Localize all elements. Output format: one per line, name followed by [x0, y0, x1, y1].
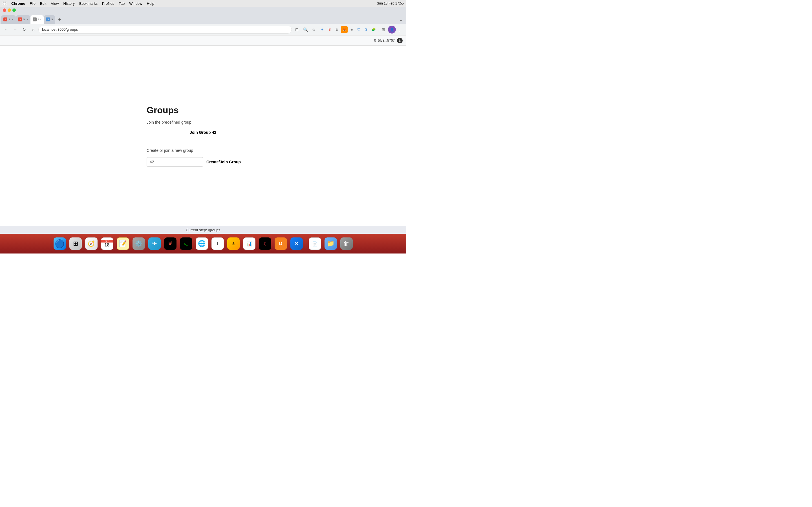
new-group-label: Create or join a new group	[147, 148, 193, 153]
dock-launchpad[interactable]: ⊞	[68, 236, 83, 251]
menu-file[interactable]: File	[28, 1, 38, 6]
sidebar-button[interactable]: ⊞	[379, 25, 388, 34]
maximize-button[interactable]	[12, 8, 16, 12]
dock-separator	[306, 238, 306, 249]
ext-4[interactable]: 🦊	[341, 26, 348, 33]
menu-bar-right: Sun 18 Feb 17:55	[377, 1, 404, 5]
folder-icon: 📁	[324, 237, 337, 250]
settings-icon: ⚙️	[133, 237, 145, 250]
tab-4[interactable]: S S	[44, 15, 55, 24]
tab-2[interactable]: S S ×	[16, 15, 31, 24]
cast-button[interactable]: ⊡	[293, 25, 301, 34]
group-id-input[interactable]	[147, 157, 203, 167]
dock-music[interactable]: ♫	[258, 236, 272, 251]
menu-chrome[interactable]: Chrome	[9, 1, 28, 6]
join-predefined-button[interactable]: Join Group 42	[147, 129, 259, 136]
menu-edit[interactable]: Edit	[38, 1, 49, 6]
status-text: Current step: /groups	[186, 228, 220, 232]
dock-safari[interactable]: 🧭	[84, 236, 99, 251]
close-button[interactable]	[3, 8, 6, 12]
zoom-button[interactable]: 🔍	[301, 25, 309, 34]
dock-finder[interactable]: 🔵	[52, 236, 67, 251]
bookmark-button[interactable]: ☆	[310, 25, 318, 34]
predefined-label: Join the predefined group	[147, 120, 192, 124]
github-icon[interactable]: ⊛	[397, 38, 403, 43]
ext-8[interactable]: 🧩	[370, 26, 377, 33]
reload-button[interactable]: ↻	[20, 25, 28, 34]
ext-2[interactable]: S	[326, 26, 333, 33]
menu-tab[interactable]: Tab	[116, 1, 127, 6]
back-button[interactable]: ←	[2, 25, 10, 34]
tabs-overflow-button[interactable]: ⌄	[397, 16, 405, 24]
menu-history[interactable]: History	[61, 1, 77, 6]
launchpad-icon: ⊞	[69, 237, 82, 250]
finder-icon: 🔵	[54, 237, 66, 250]
dock-system-prefs[interactable]: ⚙️	[132, 236, 146, 251]
tab-1[interactable]: S S ×	[1, 15, 16, 24]
dock-voice-memos[interactable]: 🎙	[163, 236, 177, 251]
tab-label-3: S ×	[38, 18, 42, 21]
safari-icon: 🧭	[85, 237, 98, 250]
dock-xcode[interactable]: ⚒	[289, 236, 304, 251]
dock: 🔵 ⊞ 🧭 FEB 18 📝 ⚙️ ✈ 🎙 $_ 🌐 T ⚠ 📊 ♫ D	[0, 234, 406, 253]
ext-5[interactable]: ◈	[348, 26, 355, 33]
tab-label-1: S	[8, 18, 10, 21]
dock-chrome[interactable]: 🌐	[195, 236, 209, 251]
tab-close-2[interactable]: ×	[27, 18, 28, 21]
apple-menu[interactable]: ⌘	[2, 1, 7, 6]
ext-6[interactable]: 🛡	[356, 26, 362, 33]
forward-button[interactable]: →	[11, 25, 19, 34]
dock-folder[interactable]: 📁	[323, 236, 338, 251]
telegram-icon: ✈	[148, 237, 161, 250]
dock-textedit[interactable]: T	[210, 236, 225, 251]
chrome-titlebar	[0, 7, 406, 13]
page-title: Groups	[147, 105, 179, 115]
address-input[interactable]: localhost:3000/groups	[38, 25, 292, 34]
calendar-icon: FEB 18	[101, 237, 113, 250]
music-icon: ♫	[259, 237, 271, 250]
dock-notes[interactable]: 📝	[116, 236, 130, 251]
dock-calendar[interactable]: FEB 18	[100, 236, 114, 251]
menu-view[interactable]: View	[49, 1, 61, 6]
status-bar: Current step: /groups	[0, 226, 406, 234]
tabs-bar: S S × S S × S S × S S + ⌄	[0, 13, 406, 24]
tab-3-active[interactable]: S S ×	[31, 15, 44, 24]
profile-button[interactable]: 👤	[388, 25, 396, 34]
textedit-icon: T	[211, 237, 224, 250]
ext-3[interactable]: ⊕	[334, 26, 340, 33]
tab-favicon-3: S	[33, 17, 37, 21]
traffic-lights	[3, 8, 16, 12]
dock-trash[interactable]: 🗑	[339, 236, 354, 251]
activity-monitor-icon: 📊	[243, 237, 255, 250]
create-join-button[interactable]: Create/Join Group	[206, 159, 241, 165]
tab-label-2: S	[23, 18, 25, 21]
xcode-icon: ⚒	[290, 237, 303, 250]
minimize-button[interactable]	[8, 8, 11, 12]
tab-favicon-4: S	[46, 17, 50, 21]
create-join-row: Create/Join Group	[147, 157, 241, 167]
dock-console[interactable]: ⚠	[226, 236, 241, 251]
extensions-area: ✦ S ⊕ 🦊 ◈ 🛡 S 🧩 ⊞ 👤 ⋮	[319, 25, 404, 34]
menu-bar: ⌘ Chrome File Edit View History Bookmark…	[0, 0, 406, 7]
dock-activity[interactable]: 📊	[242, 236, 257, 251]
new-tab-button[interactable]: +	[56, 16, 64, 24]
dock-terminal[interactable]: $_	[179, 236, 193, 251]
dock-telegram[interactable]: ✈	[147, 236, 162, 251]
menu-window[interactable]: Window	[127, 1, 144, 6]
dock-docs[interactable]: 📄	[308, 236, 322, 251]
menu-help[interactable]: Help	[145, 1, 157, 6]
tab-close-1[interactable]: ×	[12, 18, 13, 21]
ext-7[interactable]: S	[363, 26, 370, 33]
ext-1[interactable]: ✦	[319, 26, 326, 33]
groups-container: Groups Join the predefined group Join Gr…	[147, 105, 259, 167]
notes-icon: 📝	[117, 237, 129, 250]
menu-bookmarks[interactable]: Bookmarks	[77, 1, 100, 6]
trash-icon: 🗑	[340, 237, 353, 250]
dock-drawio[interactable]: D	[273, 236, 288, 251]
drawio-icon: D	[274, 237, 287, 250]
home-button[interactable]: ⌂	[29, 25, 37, 34]
tab-favicon-2: S	[18, 17, 22, 21]
menu-button[interactable]: ⋮	[396, 26, 404, 33]
menu-profiles[interactable]: Profiles	[100, 1, 116, 6]
console-icon: ⚠	[227, 237, 240, 250]
